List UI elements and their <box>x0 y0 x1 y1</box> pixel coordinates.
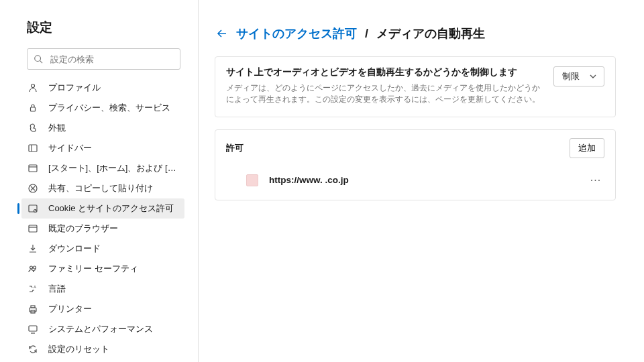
svg-rect-3 <box>31 107 36 111</box>
svg-point-15 <box>34 266 36 269</box>
allow-list-card: 許可 追加 https://www. .co.jp··· <box>215 129 616 200</box>
sidebar-item-label: プリンター <box>48 303 92 315</box>
breadcrumb: サイトのアクセス許可 / メディアの自動再生 <box>215 25 616 42</box>
sidebar-item-10[interactable]: A言語 <box>21 279 184 299</box>
sidebar-item-label: システムとパフォーマンス <box>48 323 153 335</box>
svg-point-0 <box>35 56 41 62</box>
sidebar-item-8[interactable]: ダウンロード <box>21 239 184 259</box>
search-wrap <box>27 48 180 70</box>
sidebar-item-label: ファミリー セーフティ <box>48 263 138 275</box>
site-more-button[interactable]: ··· <box>587 172 604 189</box>
nav-icon <box>27 223 39 235</box>
chevron-down-icon <box>589 72 597 80</box>
nav-icon <box>27 182 39 194</box>
sidebar-item-label: 設定のリセット <box>48 343 109 355</box>
sidebar-item-14[interactable]: スマートフォンとその他のデバイス <box>21 359 184 362</box>
nav-icon <box>27 263 39 275</box>
main-content: サイトのアクセス許可 / メディアの自動再生 サイト上でオーディオとビデオを自動… <box>199 0 644 362</box>
sidebar-item-label: ダウンロード <box>48 243 101 255</box>
breadcrumb-separator: / <box>365 27 368 41</box>
sidebar-item-label: 言語 <box>48 283 66 295</box>
nav-icon <box>27 82 39 94</box>
site-favicon <box>246 174 258 186</box>
add-site-button[interactable]: 追加 <box>570 138 604 158</box>
sidebar-item-label: Cookie とサイトのアクセス許可 <box>48 202 174 215</box>
sidebar-item-6[interactable]: Cookie とサイトのアクセス許可 <box>21 198 184 219</box>
back-button[interactable] <box>215 26 229 41</box>
sidebar-item-label: サイドバー <box>48 142 92 154</box>
sidebar-item-5[interactable]: 共有、コピーして貼り付け <box>21 178 184 198</box>
svg-rect-12 <box>29 225 37 232</box>
sidebar-item-label: 既定のブラウザー <box>48 223 118 235</box>
svg-rect-6 <box>29 165 37 172</box>
svg-text:A: A <box>34 285 36 289</box>
autoplay-control-title: サイト上でオーディオとビデオを自動再生するかどうかを制御します <box>226 66 543 78</box>
sidebar-item-label: プロファイル <box>48 82 101 94</box>
breadcrumb-current: メディアの自動再生 <box>376 25 485 42</box>
nav-icon <box>27 202 39 215</box>
sidebar-item-7[interactable]: 既定のブラウザー <box>21 219 184 239</box>
search-input[interactable] <box>27 48 180 70</box>
allow-site-row: https://www. .co.jp··· <box>215 165 615 200</box>
nav-icon <box>27 122 39 134</box>
svg-rect-18 <box>31 306 35 308</box>
sidebar-item-12[interactable]: システムとパフォーマンス <box>21 319 184 339</box>
sidebar-item-1[interactable]: プライバシー、検索、サービス <box>21 98 184 118</box>
sidebar-item-11[interactable]: プリンター <box>21 299 184 319</box>
sidebar-nav: プロファイルプライバシー、検索、サービス外観サイドバー[スタート]、[ホーム]、… <box>21 78 184 362</box>
autoplay-mode-select[interactable]: 制限 <box>553 66 604 86</box>
autoplay-control-card: サイト上でオーディオとビデオを自動再生するかどうかを制御します メディアは、どの… <box>215 56 616 117</box>
autoplay-mode-value: 制限 <box>562 70 580 82</box>
svg-line-1 <box>40 61 43 64</box>
sidebar-item-label: [スタート]、[ホーム]、および [新規] タブ <box>48 162 179 174</box>
svg-point-2 <box>32 84 35 88</box>
nav-icon <box>27 243 39 255</box>
sidebar-item-0[interactable]: プロファイル <box>21 78 184 98</box>
autoplay-control-description: メディアは、どのようにページにアクセスしたか、過去にメディアを使用したかどうかに… <box>226 82 543 106</box>
sidebar-item-13[interactable]: 設定のリセット <box>21 339 184 359</box>
nav-icon <box>27 102 39 114</box>
sidebar-item-label: 共有、コピーして貼り付け <box>48 182 153 194</box>
sidebar-item-4[interactable]: [スタート]、[ホーム]、および [新規] タブ <box>21 158 184 178</box>
sidebar-item-2[interactable]: 外観 <box>21 118 184 138</box>
search-icon <box>34 54 43 64</box>
svg-rect-20 <box>29 326 37 331</box>
svg-rect-4 <box>29 145 37 152</box>
breadcrumb-parent-link[interactable]: サイトのアクセス許可 <box>236 25 357 42</box>
sidebar-item-9[interactable]: ファミリー セーフティ <box>21 259 184 279</box>
nav-icon: A <box>27 283 39 295</box>
allow-site-list: https://www. .co.jp··· <box>215 165 615 200</box>
nav-icon <box>27 142 39 154</box>
sidebar-item-label: 外観 <box>48 122 66 134</box>
nav-icon <box>27 323 39 335</box>
svg-point-14 <box>30 266 33 269</box>
sidebar-item-3[interactable]: サイドバー <box>21 138 184 158</box>
nav-icon <box>27 343 39 355</box>
allow-section-title: 許可 <box>226 142 244 154</box>
nav-icon <box>27 303 39 315</box>
site-url: https://www. .co.jp <box>269 175 587 185</box>
sidebar-item-label: プライバシー、検索、サービス <box>48 102 170 114</box>
nav-icon <box>27 162 39 174</box>
settings-sidebar: 設定 プロファイルプライバシー、検索、サービス外観サイドバー[スタート]、[ホー… <box>0 0 199 362</box>
sidebar-title: 設定 <box>27 19 184 36</box>
